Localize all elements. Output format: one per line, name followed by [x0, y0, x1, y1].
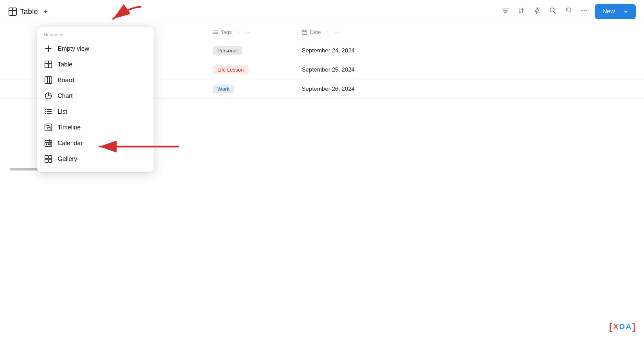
- watermark-x: X: [613, 322, 619, 331]
- date-col-icon: [302, 29, 307, 35]
- menu-item-chart[interactable]: Chart: [37, 88, 154, 104]
- board-icon: [44, 76, 53, 85]
- date-cell-3: September 26, 2024: [295, 86, 425, 92]
- menu-item-table-label: Table: [58, 61, 72, 68]
- new-button-divider: [619, 8, 619, 16]
- menu-item-gallery-label: Gallery: [58, 155, 77, 163]
- svg-rect-38: [49, 143, 51, 145]
- menu-item-timeline-label: Timeline: [58, 124, 81, 131]
- menu-item-empty-view[interactable]: Empty view: [37, 41, 154, 56]
- svg-rect-29: [45, 124, 52, 131]
- timeline-icon: [44, 123, 53, 132]
- tags-col-actions: + ···: [237, 29, 249, 35]
- more-date-col-icon[interactable]: ···: [334, 29, 338, 35]
- svg-rect-37: [48, 143, 49, 145]
- date-col-label: Date: [310, 29, 321, 35]
- menu-item-gallery[interactable]: Gallery: [37, 151, 154, 167]
- menu-item-list-label: List: [58, 108, 67, 115]
- svg-point-11: [586, 10, 587, 11]
- bracket-left-icon: [: [609, 321, 612, 332]
- date-cell-2: September 25, 2024: [295, 66, 425, 73]
- svg-rect-42: [49, 159, 52, 162]
- svg-rect-30: [46, 126, 49, 127]
- svg-rect-50: [302, 30, 307, 35]
- svg-rect-17: [45, 77, 52, 84]
- menu-item-empty-view-label: Empty view: [58, 45, 89, 52]
- menu-section-label: New view: [37, 31, 154, 41]
- tag-work[interactable]: Work: [213, 85, 234, 93]
- tag-personal[interactable]: Personal: [213, 46, 242, 55]
- sort-button[interactable]: [516, 5, 526, 17]
- date-col-actions: + ···: [326, 29, 338, 35]
- bracket-right-icon: ]: [632, 321, 636, 332]
- svg-point-10: [584, 10, 585, 11]
- tags-cell-2: Life Lesson: [206, 65, 295, 74]
- more-button[interactable]: [579, 5, 589, 17]
- svg-rect-40: [49, 155, 52, 159]
- watermark-d: D: [619, 322, 625, 331]
- svg-line-8: [553, 12, 556, 14]
- tags-col-label: Tags: [221, 29, 232, 35]
- add-date-col-icon[interactable]: +: [326, 29, 330, 35]
- watermark-a: A: [626, 322, 632, 331]
- new-view-dropdown: New view Empty view Table: [37, 27, 154, 172]
- date-column-header: Date + ···: [295, 29, 384, 35]
- menu-item-chart-label: Chart: [58, 92, 73, 100]
- chevron-down-icon: [623, 9, 628, 14]
- undo-button[interactable]: [563, 5, 574, 17]
- date-cell-1: September 24, 2024: [295, 47, 425, 54]
- toolbar: Table +: [0, 0, 644, 23]
- new-button[interactable]: New: [595, 4, 636, 19]
- more-col-icon[interactable]: ···: [245, 29, 249, 35]
- tags-col-icon: [213, 29, 218, 35]
- tag-life-lesson[interactable]: Life Lesson: [213, 65, 249, 74]
- filter-button[interactable]: [500, 5, 511, 17]
- menu-item-calendar[interactable]: Calendar: [37, 135, 154, 151]
- table-icon: [44, 60, 53, 69]
- tags-cell-1: Personal: [206, 46, 295, 55]
- svg-rect-31: [47, 128, 51, 129]
- gallery-icon: [44, 154, 53, 163]
- menu-item-list[interactable]: List: [37, 104, 154, 120]
- new-button-label: New: [603, 8, 615, 15]
- menu-item-board[interactable]: Board: [37, 72, 154, 88]
- svg-rect-36: [46, 143, 47, 145]
- toolbar-right: New: [500, 4, 636, 19]
- tags-column-header: Tags + ···: [206, 29, 295, 35]
- menu-item-timeline[interactable]: Timeline: [37, 120, 154, 135]
- lightning-button[interactable]: [532, 5, 542, 17]
- plus-icon: [44, 44, 53, 53]
- menu-item-table[interactable]: Table: [37, 56, 154, 72]
- calendar-icon: [44, 139, 53, 148]
- watermark: [ X D A ]: [609, 321, 636, 332]
- search-button[interactable]: [548, 5, 558, 17]
- add-col-icon[interactable]: +: [237, 29, 240, 35]
- svg-rect-41: [45, 159, 48, 162]
- menu-item-calendar-label: Calendar: [58, 140, 83, 147]
- toolbar-left: Table +: [8, 6, 50, 17]
- view-title: Table: [20, 7, 38, 16]
- table-view-icon: [8, 7, 17, 16]
- svg-rect-39: [45, 155, 48, 159]
- svg-point-9: [581, 10, 583, 11]
- chart-icon: [44, 91, 53, 100]
- add-view-button[interactable]: +: [41, 6, 51, 17]
- list-icon: [44, 107, 53, 116]
- menu-item-board-label: Board: [58, 77, 74, 84]
- tags-cell-3: Work: [206, 85, 295, 93]
